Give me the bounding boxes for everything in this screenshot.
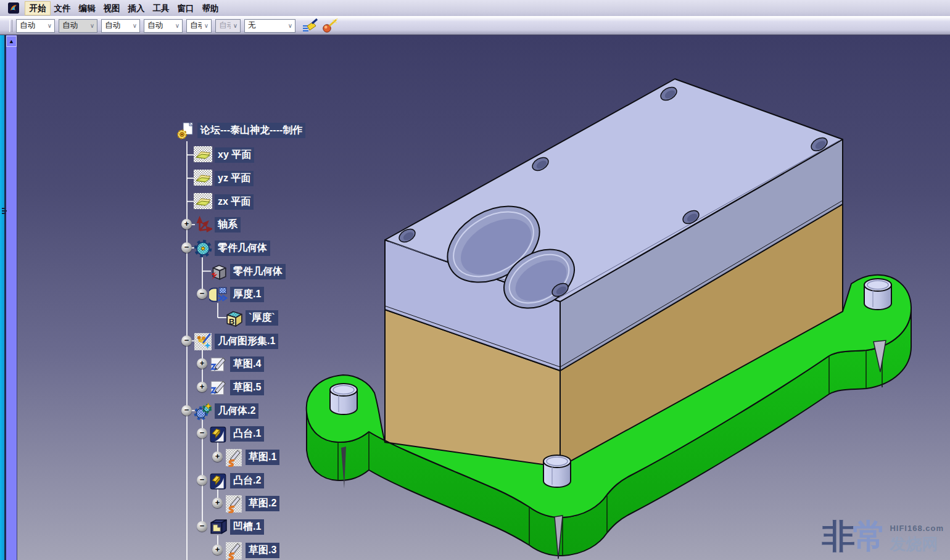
collapse-minus-icon[interactable]: − bbox=[197, 475, 207, 485]
tree-item-label[interactable]: `厚度` bbox=[246, 310, 278, 326]
chevron-down-icon[interactable]: ∨ bbox=[231, 22, 240, 29]
expand-plus-icon[interactable]: + bbox=[212, 451, 223, 462]
expand-plus-icon[interactable]: + bbox=[212, 545, 223, 555]
menu-item-7[interactable]: 窗口 bbox=[173, 2, 198, 15]
combo-value: 无 bbox=[245, 20, 286, 31]
docked-toolbar-grip-icon[interactable] bbox=[1, 207, 7, 218]
combo-value: 自动 bbox=[187, 20, 202, 31]
app-logo-icon bbox=[8, 2, 19, 14]
material-sphere-wand-icon[interactable] bbox=[321, 18, 339, 34]
3d-scene[interactable] bbox=[0, 35, 950, 560]
combo-value: 自动 bbox=[102, 20, 130, 31]
tree-item-label[interactable]: 轴系 bbox=[215, 217, 241, 233]
watermark-logo-char1: 非 bbox=[822, 517, 853, 554]
tree-item-label[interactable]: 零件几何体 bbox=[230, 264, 286, 279]
toolbar-grip[interactable] bbox=[9, 20, 12, 32]
menu-item-6[interactable]: 工具 bbox=[149, 2, 173, 15]
menu-item-3[interactable]: 编辑 bbox=[75, 2, 99, 15]
tree-item-label[interactable]: yz 平面 bbox=[215, 171, 254, 186]
watermark-site-url: HIFI168.com bbox=[890, 524, 944, 533]
expand-plus-icon[interactable]: + bbox=[197, 382, 207, 392]
watermark-logo: 非常 bbox=[822, 520, 886, 552]
chevron-down-icon[interactable]: ∨ bbox=[202, 22, 211, 29]
chevron-down-icon[interactable]: ∨ bbox=[173, 22, 182, 29]
menu-bar: 开始文件编辑视图插入工具窗口帮助 bbox=[0, 0, 950, 17]
menu-item-4[interactable]: 视图 bbox=[99, 2, 124, 15]
tree-item-label[interactable]: 厚度.1 bbox=[230, 287, 264, 302]
toolbar-combo-4[interactable]: 自动∨ bbox=[144, 19, 183, 33]
combo-value: 自动 bbox=[216, 20, 231, 31]
combo-value: 自动 bbox=[17, 20, 45, 31]
tree-item-label[interactable]: 凸台.1 bbox=[230, 426, 264, 442]
combo-value: 自动 bbox=[59, 20, 88, 31]
tree-item-label[interactable]: 凹槽.1 bbox=[230, 519, 264, 535]
collapse-minus-icon[interactable]: − bbox=[181, 336, 192, 346]
tree-item-label[interactable]: 草图.5 bbox=[230, 380, 264, 395]
toolbar-combo-7[interactable]: 无∨ bbox=[244, 19, 295, 33]
tree-item-label[interactable]: xy 平面 bbox=[215, 147, 254, 163]
toolbar-combo-6[interactable]: 自动∨ bbox=[215, 19, 241, 33]
tree-item-label[interactable]: 零件几何体 bbox=[215, 241, 270, 256]
toolbar-combo-3[interactable]: 自动∨ bbox=[101, 19, 140, 33]
watermark-logo-char2: 常 bbox=[853, 517, 886, 554]
watermark: 非常 HIFI168.com 发烧网 bbox=[822, 520, 944, 555]
tree-item-label[interactable]: zx 平面 bbox=[215, 194, 254, 210]
menu-item-2[interactable]: 文件 bbox=[50, 2, 75, 15]
combo-value: 自动 bbox=[144, 20, 173, 31]
chevron-down-icon[interactable]: ∨ bbox=[286, 22, 295, 29]
tree-item-label[interactable]: 几何图形集.1 bbox=[215, 334, 278, 349]
scroll-up-button[interactable]: ▲ bbox=[7, 36, 16, 46]
menu-item-8[interactable]: 帮助 bbox=[198, 2, 223, 15]
tree-item-label[interactable]: 草图.2 bbox=[246, 496, 279, 511]
chevron-down-icon[interactable]: ∨ bbox=[88, 22, 97, 29]
chevron-down-icon[interactable]: ∨ bbox=[130, 22, 139, 29]
tree-root-label[interactable]: 论坛---泰山神龙----制作 bbox=[197, 123, 305, 138]
chevron-down-icon[interactable]: ∨ bbox=[45, 22, 54, 29]
catia-window: 开始文件编辑视图插入工具窗口帮助 自动∨自动∨自动∨自动∨自动∨自动∨无∨ bbox=[0, 0, 950, 560]
menu-item-5[interactable]: 插入 bbox=[124, 2, 149, 15]
toolbar: 自动∨自动∨自动∨自动∨自动∨自动∨无∨ bbox=[0, 17, 950, 36]
tree-item-label[interactable]: 草图.4 bbox=[230, 356, 264, 372]
menu-item-1[interactable]: 开始 bbox=[25, 2, 50, 15]
window-edge-strip bbox=[0, 35, 4, 560]
collapse-minus-icon[interactable]: − bbox=[181, 242, 192, 253]
tree-item-label[interactable]: 几何体.2 bbox=[215, 403, 258, 419]
tree-item-label[interactable]: 凸台.2 bbox=[230, 473, 264, 488]
tree-item-label[interactable]: 草图.3 bbox=[246, 543, 279, 558]
tree-scrollbar-rail[interactable] bbox=[6, 35, 17, 560]
watermark-site-name: 发烧网 bbox=[890, 533, 944, 555]
tree-item-label[interactable]: 草图.1 bbox=[246, 450, 279, 465]
toolbar-combo-5[interactable]: 自动∨ bbox=[186, 19, 212, 33]
collapse-minus-icon[interactable]: − bbox=[181, 405, 192, 416]
3d-viewport[interactable]: 论坛---泰山神龙----制作xy 平面yz 平面zx 平面+轴系−零件几何体零… bbox=[0, 35, 950, 560]
toolbar-combo-1[interactable]: 自动∨ bbox=[16, 19, 55, 33]
paint-brush-icon[interactable] bbox=[302, 18, 319, 34]
toolbar-combo-2[interactable]: 自动∨ bbox=[59, 19, 97, 33]
collapse-minus-icon[interactable]: − bbox=[197, 521, 207, 532]
